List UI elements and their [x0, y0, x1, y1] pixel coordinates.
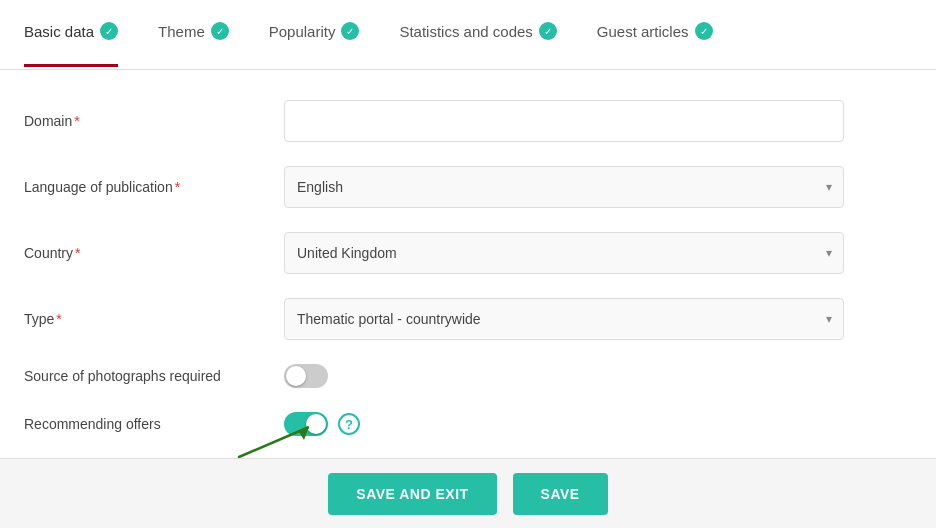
- country-select[interactable]: United Kingdom United States Germany Fra…: [284, 232, 844, 274]
- language-select[interactable]: English French German Spanish Polish: [284, 166, 844, 208]
- recommending-help-icon[interactable]: ?: [338, 413, 360, 435]
- domain-input[interactable]: [284, 100, 844, 142]
- tab-theme[interactable]: Theme ✓: [158, 0, 229, 69]
- tab-theme-check: ✓: [211, 22, 229, 40]
- recommending-toggle-knob: [306, 414, 326, 434]
- source-photos-toggle-knob: [286, 366, 306, 386]
- language-row: Language of publication* English French …: [24, 166, 912, 208]
- source-photos-label: Source of photographs required: [24, 368, 284, 384]
- country-row: Country* United Kingdom United States Ge…: [24, 232, 912, 274]
- recommending-label: Recommending offers: [24, 416, 284, 432]
- tab-basic-data-check: ✓: [100, 22, 118, 40]
- tab-guest-articles-label: Guest articles: [597, 23, 689, 40]
- recommending-toggle-wrapper: ?: [284, 412, 360, 436]
- country-label: Country*: [24, 245, 284, 261]
- tabs-bar: Basic data ✓ Theme ✓ Popularity ✓ Statis…: [0, 0, 936, 70]
- tab-statistics[interactable]: Statistics and codes ✓: [399, 0, 556, 69]
- language-select-wrapper: English French German Spanish Polish ▾: [284, 166, 844, 208]
- recommending-toggle[interactable]: [284, 412, 328, 436]
- language-label: Language of publication*: [24, 179, 284, 195]
- source-photos-toggle[interactable]: [284, 364, 328, 388]
- tab-statistics-label: Statistics and codes: [399, 23, 532, 40]
- type-select-wrapper: Thematic portal - countrywide Blog News …: [284, 298, 844, 340]
- domain-row: Domain*: [24, 100, 912, 142]
- tab-popularity-check: ✓: [341, 22, 359, 40]
- tab-guest-articles-check: ✓: [695, 22, 713, 40]
- main-form: Domain* Language of publication* English…: [0, 70, 936, 480]
- tab-theme-label: Theme: [158, 23, 205, 40]
- country-select-wrapper: United Kingdom United States Germany Fra…: [284, 232, 844, 274]
- footer: SAVE AND EXIT SAVE: [0, 458, 936, 528]
- domain-label: Domain*: [24, 113, 284, 129]
- tab-popularity[interactable]: Popularity ✓: [269, 0, 360, 69]
- tab-basic-data[interactable]: Basic data ✓: [24, 0, 118, 69]
- save-exit-button[interactable]: SAVE AND EXIT: [328, 473, 496, 515]
- type-row: Type* Thematic portal - countrywide Blog…: [24, 298, 912, 340]
- tab-popularity-label: Popularity: [269, 23, 336, 40]
- tab-statistics-check: ✓: [539, 22, 557, 40]
- save-button[interactable]: SAVE: [513, 473, 608, 515]
- tab-basic-data-label: Basic data: [24, 23, 94, 40]
- source-photos-toggle-wrapper: [284, 364, 328, 388]
- type-select[interactable]: Thematic portal - countrywide Blog News …: [284, 298, 844, 340]
- source-photos-row: Source of photographs required: [24, 364, 912, 388]
- tab-guest-articles[interactable]: Guest articles ✓: [597, 0, 713, 69]
- recommending-row: Recommending offers ?: [24, 412, 912, 436]
- type-label: Type*: [24, 311, 284, 327]
